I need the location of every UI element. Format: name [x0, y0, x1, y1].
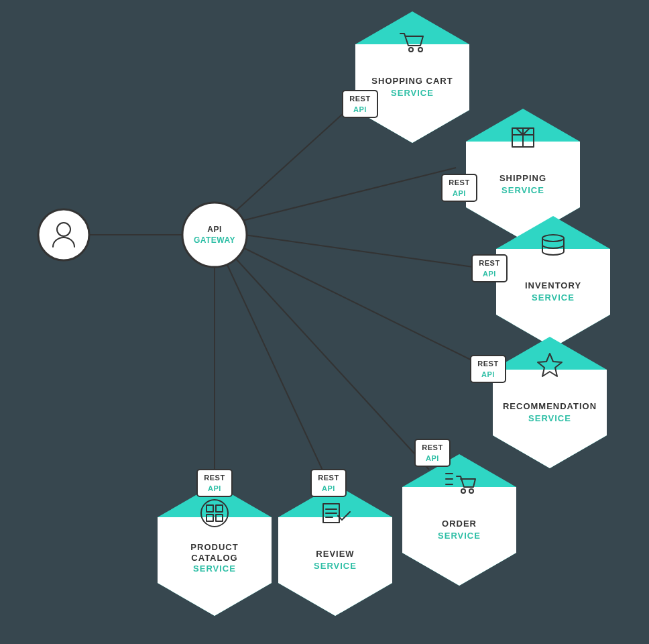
service-recommendation: RECOMMENDATION SERVICE	[471, 337, 607, 468]
api-gateway-node: API GATEWAY	[182, 203, 247, 267]
rest-api-badge	[197, 470, 232, 496]
rest-api-badge	[471, 356, 506, 382]
svg-text:ORDER: ORDER	[442, 519, 477, 529]
svg-text:REVIEW: REVIEW	[316, 549, 354, 559]
svg-line-23	[229, 252, 429, 470]
svg-text:RECOMMENDATION: RECOMMENDATION	[503, 401, 597, 411]
svg-text:INVENTORY: INVENTORY	[525, 280, 581, 290]
svg-text:PRODUCT: PRODUCT	[190, 542, 238, 552]
svg-line-20	[231, 168, 456, 223]
user-node	[38, 209, 89, 260]
svg-line-24	[223, 256, 329, 483]
service-shopping-cart: SHOPPING CART SERVICE	[343, 11, 469, 143]
svg-text:SHIPPING: SHIPPING	[499, 173, 546, 183]
svg-line-22	[233, 243, 483, 366]
rest-api-badge	[472, 255, 507, 282]
svg-point-26	[38, 209, 89, 260]
svg-text:SERVICE: SERVICE	[314, 561, 357, 571]
svg-text:SERVICE: SERVICE	[438, 531, 481, 541]
svg-text:SERVICE: SERVICE	[501, 185, 544, 195]
rest-api-badge	[311, 470, 346, 496]
rest-api-badge	[343, 91, 377, 117]
svg-line-21	[235, 233, 483, 268]
svg-text:CATALOG: CATALOG	[191, 553, 237, 563]
api-gateway-label-2: GATEWAY	[194, 235, 235, 245]
service-order: ORDER SERVICE	[402, 439, 516, 586]
rest-api-badge	[442, 174, 477, 201]
service-inventory: INVENTORY SERVICE	[472, 216, 610, 347]
connectors	[86, 87, 483, 486]
rest-api-badge	[415, 439, 450, 466]
api-gateway-label-1: API	[207, 225, 222, 234]
svg-text:SERVICE: SERVICE	[193, 564, 236, 574]
svg-text:SERVICE: SERVICE	[391, 88, 434, 98]
svg-text:SHOPPING CART: SHOPPING CART	[371, 76, 453, 86]
service-review: REVIEW SERVICE	[278, 470, 392, 616]
svg-text:SERVICE: SERVICE	[528, 413, 571, 423]
service-product-catalog: PRODUCT CATALOG SERVICE	[158, 470, 272, 616]
svg-point-27	[182, 203, 247, 267]
svg-text:SERVICE: SERVICE	[532, 292, 575, 303]
